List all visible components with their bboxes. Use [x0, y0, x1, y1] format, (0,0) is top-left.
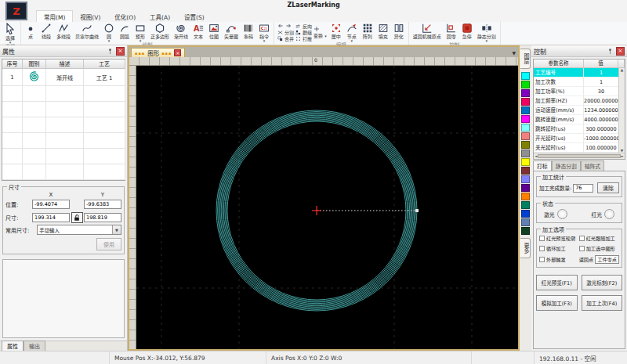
checkbox-option[interactable]: 红光预览轮廓 — [539, 235, 578, 242]
merge-button[interactable]: 合并 — [277, 36, 294, 41]
tool-staticsplit[interactable]: 静态分割▾ — [475, 22, 498, 42]
layer-color-swatch[interactable] — [521, 72, 530, 80]
checkbox-option[interactable]: 外部触发 — [539, 255, 578, 264]
param-row[interactable]: 关光延时(us)100.000000 — [534, 143, 625, 153]
param-vscrollbar[interactable]: ▲▼ — [618, 68, 625, 153]
layer-color-swatch[interactable] — [521, 141, 530, 149]
menu-tab-tools[interactable]: 工具(A) — [143, 11, 177, 22]
empty-object-row[interactable] — [2, 117, 125, 133]
layer-color-swatch[interactable] — [521, 193, 530, 200]
common-size-select[interactable]: 手动输入 ▼ — [37, 225, 121, 235]
checkbox-icon[interactable] — [539, 246, 545, 251]
tool-array[interactable]: 阵列 — [360, 22, 375, 42]
position-y-input[interactable] — [84, 200, 121, 209]
done-count-input[interactable] — [573, 184, 593, 193]
empty-object-row[interactable] — [2, 102, 125, 117]
tab-static-split[interactable]: 静态分割 — [552, 160, 581, 171]
tool-home[interactable]: 返回机械原点 — [411, 22, 444, 39]
menu-tab-common[interactable]: 常用(M) — [36, 10, 73, 22]
layer-color-swatch[interactable] — [521, 227, 530, 235]
apply-button[interactable]: 使用 — [96, 238, 121, 250]
app-logo-icon[interactable]: Z — [5, 2, 27, 20]
param-row[interactable]: 跳转速度(mm/s)4000.000000 — [534, 115, 625, 124]
menu-tab-view[interactable]: 视图(V) — [73, 11, 107, 22]
param-row[interactable]: 开光延时(us)-1000.000000 — [534, 134, 625, 143]
menu-tab-settings[interactable]: 设置(S) — [177, 11, 212, 22]
pin-icon[interactable] — [106, 47, 114, 56]
tool-command[interactable]: C:\指令▾ — [256, 22, 272, 42]
tool-node[interactable]: 节点▾ — [344, 22, 360, 42]
tab-list-chevron-icon[interactable]: ▼ — [512, 50, 516, 56]
param-row[interactable]: 加工功率(%)30 — [534, 87, 625, 96]
pin-icon[interactable] — [606, 47, 614, 56]
action-button[interactable]: 红光预览(F1) — [536, 275, 578, 290]
explode-button[interactable]: 打散 — [295, 36, 312, 41]
checkbox-icon[interactable] — [539, 257, 545, 262]
tool-differ[interactable]: 异化 — [391, 22, 407, 42]
layer-color-swatch[interactable] — [521, 175, 530, 183]
transform-extra-icons[interactable] — [314, 26, 327, 32]
tool-circle[interactable]: 圆▾ — [101, 22, 117, 42]
empty-object-row[interactable] — [2, 133, 125, 149]
aspect-lock-icon[interactable] — [71, 212, 83, 223]
document-tab[interactable]: ▪▪▪ 图形 ▪▪▪ × — [131, 48, 185, 57]
checkbox-icon[interactable] — [579, 246, 585, 251]
action-button[interactable]: 模拟加工(F3) — [536, 295, 578, 311]
tool-center[interactable]: 居中 — [328, 22, 344, 42]
param-row[interactable]: 工艺编号1 — [534, 68, 625, 77]
empty-object-row[interactable] — [2, 149, 125, 164]
layer-color-swatch[interactable] — [521, 201, 530, 209]
close-icon[interactable]: × — [116, 47, 125, 56]
layer-color-swatch[interactable] — [521, 150, 530, 157]
param-hscrollbar[interactable]: ◄► — [534, 153, 625, 159]
undo-redo-icons[interactable] — [277, 23, 294, 29]
empty-object-row[interactable] — [2, 164, 125, 180]
layer-color-swatch[interactable] — [521, 115, 530, 123]
param-row[interactable]: 加工频率(HZ)20000.000000 — [534, 96, 625, 106]
empty-object-row[interactable] — [2, 86, 125, 102]
tool-vector[interactable]: 矢量图 — [222, 22, 241, 39]
group-button[interactable]: 群组 — [295, 30, 312, 35]
tool-text[interactable]: A文本 — [190, 22, 206, 39]
close-icon[interactable]: × — [616, 47, 625, 56]
tool-polygon[interactable]: 正多边形 — [148, 22, 172, 39]
tool-spiral[interactable]: 渐开线 — [172, 22, 190, 39]
tool-estop[interactable]: 急停 — [459, 22, 475, 39]
param-row[interactable]: 跳转延时(us)300.000000 — [534, 124, 625, 134]
layer-color-swatch[interactable] — [521, 98, 530, 106]
tool-barcode[interactable]: 条码 — [241, 22, 256, 39]
param-row[interactable]: 运动速度(mm/s)1234.000000 — [534, 106, 625, 115]
tool-bitmap[interactable]: 位图 — [206, 22, 222, 39]
checkbox-icon[interactable] — [579, 236, 585, 241]
tool-polyline[interactable]: 多线段 — [54, 22, 73, 39]
action-button[interactable]: 激光标刻(F2) — [582, 275, 623, 290]
action-button[interactable]: 加工上次(F4) — [582, 295, 623, 311]
layer-color-swatch[interactable] — [521, 210, 530, 218]
checkbox-icon[interactable] — [539, 236, 545, 241]
layer-color-swatch[interactable] — [521, 106, 530, 114]
menu-tab-optimize[interactable]: 优化(O) — [107, 11, 143, 22]
layer-color-swatch[interactable] — [521, 89, 530, 97]
tool-fill[interactable]: 填充 — [375, 22, 391, 42]
param-row[interactable]: 加工次数1 — [534, 77, 625, 87]
clear-button[interactable]: 清除 — [597, 182, 619, 193]
layer-color-swatch[interactable] — [521, 218, 530, 226]
more-vertical-tab[interactable]: 更多 — [520, 238, 531, 258]
size-x-input[interactable] — [32, 213, 70, 222]
document-close-icon[interactable]: × — [174, 49, 181, 56]
layer-color-swatch[interactable] — [521, 81, 530, 88]
layer-color-swatch[interactable] — [521, 132, 530, 140]
tab-output[interactable]: 输出 — [24, 341, 45, 351]
tool-arc[interactable]: 圆弧 — [117, 22, 132, 39]
object-row[interactable]: 1 渐开线 工艺 1 — [2, 69, 125, 86]
checkbox-option[interactable]: 循环加工 — [539, 245, 578, 252]
tool-rect[interactable]: 矩形▾ — [132, 22, 148, 42]
layer-color-swatch[interactable] — [521, 124, 530, 132]
return-point-field[interactable]: 返回点工件零点 — [579, 255, 619, 264]
tool-cursor[interactable]: 选择▾ — [2, 22, 19, 44]
layers-vertical-tab[interactable]: 图层 — [520, 49, 531, 69]
layer-color-swatch[interactable] — [521, 158, 530, 166]
transform-button[interactable]: 变换▾ — [314, 33, 327, 38]
tool-line[interactable]: 线段 — [38, 22, 54, 39]
tab-axis-array[interactable]: 轴阵式 — [581, 160, 604, 171]
